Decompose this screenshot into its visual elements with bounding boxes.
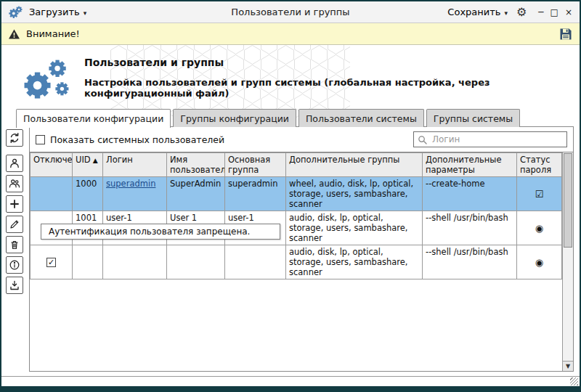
tab-groups-system[interactable]: Группы системы <box>426 109 520 127</box>
cell-disabled: ✓ <box>31 245 73 279</box>
export-download-icon <box>9 279 20 291</box>
resize-grip[interactable] <box>570 377 578 385</box>
cell-login <box>103 245 167 279</box>
warning-label: Внимание! <box>26 28 80 39</box>
cell-extra-params: --create-home <box>423 177 517 211</box>
table-row-user-2[interactable]: ✓ audio, disk, lp, optical, storage, use… <box>31 245 562 279</box>
cell-extra-groups: wheel, audio, disk, lp, optical, storage… <box>286 177 423 211</box>
window-title: Пользователи и группы <box>168 7 413 17</box>
cell-password-status: ◉ <box>517 211 562 245</box>
col-header-name[interactable]: Имя пользователя <box>167 153 225 177</box>
edit-pencil-icon <box>9 219 20 230</box>
cell-password-status: ◉ <box>517 245 562 279</box>
tab-panel: Показать системных пользователей <box>29 126 574 372</box>
main-area: Показать системных пользователей <box>1 127 580 376</box>
edit-user-button[interactable] <box>6 216 23 233</box>
settings-gear-icon[interactable]: ⚙ <box>516 7 527 18</box>
warning-triangle-icon <box>8 28 20 40</box>
app-gears-logo-icon <box>9 6 23 19</box>
group-button[interactable] <box>6 175 23 192</box>
close-button[interactable]: × <box>565 8 572 17</box>
user-button[interactable] <box>6 155 23 172</box>
tab-users-system[interactable]: Пользователи системы <box>298 109 424 127</box>
show-system-users-checkbox[interactable] <box>36 135 45 144</box>
cell-uid <box>73 245 103 279</box>
cell-name: SuperAdmin <box>167 177 225 211</box>
col-header-uid[interactable]: UID▲ <box>73 153 103 177</box>
table-row-superadmin[interactable]: 1000 superadmin SuperAdmin superadmin wh… <box>31 177 562 211</box>
refresh-icon <box>9 132 20 144</box>
password-status-checked-icon[interactable]: ☑ <box>535 189 544 200</box>
vertical-scrollbar[interactable]: ▼ <box>562 152 573 371</box>
add-user-button[interactable] <box>6 195 23 213</box>
tab-users-config[interactable]: Пользователи конфигурации <box>16 109 171 128</box>
app-gears-logo-large-icon <box>17 54 70 101</box>
warning-bar: Внимание! <box>1 23 580 45</box>
export-button[interactable] <box>6 277 23 294</box>
save-menu-button[interactable]: Сохранить ▾ <box>447 7 508 17</box>
cell-login: superadmin <box>103 177 167 211</box>
users-table: Отключен UID▲ Логин Имя пользователя Осн… <box>30 152 562 279</box>
search-icon <box>418 135 427 144</box>
cell-uid: 1000 <box>73 177 103 211</box>
chevron-down-icon: ▾ <box>504 9 508 17</box>
show-system-users-label: Показать системных пользователей <box>50 134 224 145</box>
refresh-button[interactable] <box>6 129 23 147</box>
table-header-row: Отключен UID▲ Логин Имя пользователя Осн… <box>31 153 562 177</box>
col-header-login[interactable]: Логин <box>103 153 167 177</box>
sort-asc-icon: ▲ <box>93 157 98 164</box>
content-area: Пользователи и группы Настройка пользова… <box>1 45 580 376</box>
cell-extra-params: --shell /usr/bin/bash <box>423 211 517 245</box>
scrollbar-thumb[interactable] <box>564 153 572 248</box>
col-header-extra-params[interactable]: Дополнительные параметры <box>423 153 517 177</box>
page-title: Пользователи и группы <box>84 57 580 68</box>
minimize-button[interactable]: ─ <box>538 8 543 17</box>
login-link[interactable]: superadmin <box>106 179 155 189</box>
col-header-disabled[interactable]: Отключен <box>31 153 73 177</box>
load-menu-button[interactable]: Загрузить ▾ <box>29 7 86 17</box>
user-icon <box>9 158 20 169</box>
info-icon <box>9 259 20 271</box>
disabled-checkbox[interactable]: ✓ <box>46 258 56 267</box>
users-group-icon <box>9 178 20 189</box>
password-status-radio-icon[interactable]: ◉ <box>535 223 543 234</box>
filter-row: Показать системных пользователей <box>30 127 573 152</box>
page-subtitle: Настройка пользователей и групп системы … <box>84 77 580 99</box>
side-toolbar <box>6 127 25 372</box>
password-status-radio-icon[interactable]: ◉ <box>535 257 543 268</box>
scroll-down-button[interactable]: ▼ <box>563 361 573 371</box>
cell-group <box>225 245 286 279</box>
cell-group: superadmin <box>225 177 286 211</box>
search-box <box>413 131 567 147</box>
col-header-group[interactable]: Основная группа <box>225 153 286 177</box>
add-icon <box>9 198 20 210</box>
titlebar: Загрузить ▾ Пользователи и группы Сохран… <box>1 1 580 23</box>
trash-icon <box>9 239 20 250</box>
cell-extra-params: --shell /usr/bin/bash <box>423 245 517 279</box>
maximize-button[interactable]: □ <box>550 8 558 17</box>
status-bar <box>1 376 580 386</box>
tooltip: Аутентификация пользователя запрещена. <box>41 224 280 240</box>
cell-extra-groups: audio, disk, lp, optical, storage, users… <box>286 211 423 245</box>
cell-disabled <box>31 177 73 211</box>
tab-bar: Пользователи конфигурации Группы конфигу… <box>1 109 580 127</box>
cell-extra-groups: audio, disk, lp, optical, storage, users… <box>286 245 423 279</box>
table-zone: Отключен UID▲ Логин Имя пользователя Осн… <box>30 152 573 371</box>
save-file-button[interactable] <box>558 27 573 41</box>
page-header: Пользователи и группы Настройка пользова… <box>1 45 580 109</box>
col-header-password-status[interactable]: Статус пароля <box>517 153 562 177</box>
chevron-down-icon: ▾ <box>84 9 87 17</box>
col-header-extra-groups[interactable]: Дополнительные группы <box>286 153 423 177</box>
floppy-save-icon <box>558 27 573 41</box>
search-input[interactable] <box>431 134 563 145</box>
cell-name <box>167 245 225 279</box>
delete-user-button[interactable] <box>6 236 23 253</box>
cell-password-status: ☑ <box>517 177 562 211</box>
tab-groups-config[interactable]: Группы конфигурации <box>173 109 296 127</box>
info-button[interactable] <box>6 256 23 274</box>
app-window: Загрузить ▾ Пользователи и группы Сохран… <box>0 0 581 392</box>
